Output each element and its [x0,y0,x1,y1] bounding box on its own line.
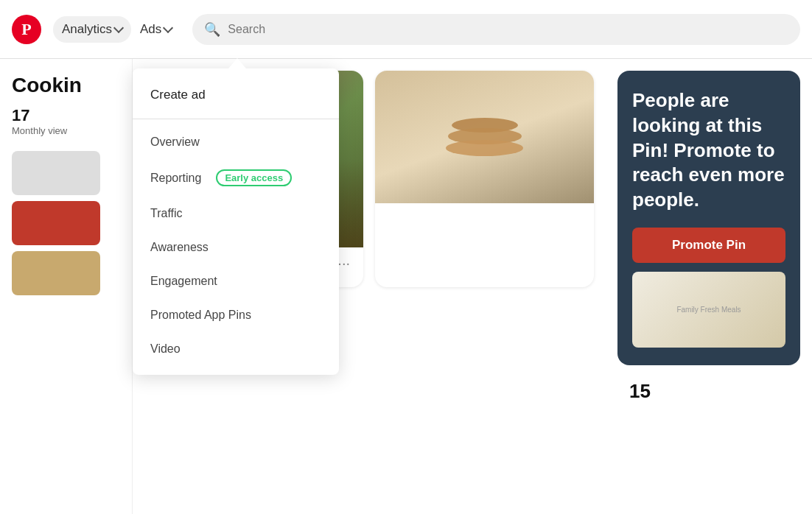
overview-item[interactable]: Overview [133,125,339,159]
ads-nav[interactable]: Ads [131,16,181,43]
search-icon: 🔍 [204,21,220,38]
engagement-label: Engagement [150,275,217,288]
board-thumbnails [0,145,132,301]
stats-row: 17 Monthly view [0,106,132,145]
header: P Analytics Ads 🔍 [0,0,812,59]
search-bar[interactable]: 🔍 [192,14,800,45]
promoted-app-pins-item[interactable]: Promoted App Pins [133,298,339,332]
board-thumb-gray[interactable] [12,151,100,195]
promo-text: People are looking at this Pin! Promote … [632,88,785,213]
promote-pin-button[interactable]: Promote Pin [632,228,785,263]
monthly-views-label: Monthly view [12,125,120,136]
pinterest-logo[interactable]: P [12,15,41,44]
video-label: Video [150,342,181,356]
pin-image-food [375,71,594,203]
traffic-label: Traffic [150,207,183,220]
traffic-item[interactable]: Traffic [133,197,339,230]
search-input[interactable] [228,23,788,36]
awareness-item[interactable]: Awareness [133,230,339,264]
page-title: Cookin [0,74,132,106]
analytics-label: Analytics [62,22,112,37]
create-ad-item[interactable]: Create ad [133,77,339,113]
awareness-label: Awareness [150,241,209,254]
promo-card: People are looking at this Pin! Promote … [617,71,800,365]
main-content: Cookin 17 Monthly view 200 Eggs a YearPe… [0,59,812,514]
analytics-nav[interactable]: Analytics [53,16,131,43]
video-item[interactable]: Video [133,332,339,366]
stat-15: 15 [617,374,800,409]
ads-chevron-icon [163,23,173,33]
analytics-chevron-icon [113,23,124,33]
create-ad-label: Create ad [150,88,206,102]
dropdown-divider [133,119,339,119]
dropdown-arrow [228,58,246,68]
left-panel: Cookin 17 Monthly view [0,59,133,514]
ads-dropdown-menu: Create ad Overview Reporting Early acces… [133,68,339,375]
promo-food-image: Family Fresh Meals [632,272,785,348]
reporting-item[interactable]: Reporting Early access [133,159,339,197]
pin-card-food [375,71,594,287]
ads-label: Ads [140,22,161,37]
early-access-badge: Early access [216,169,292,186]
board-thumb-red[interactable] [12,201,100,245]
board-thumb-food[interactable] [12,251,100,295]
engagement-item[interactable]: Engagement [133,264,339,298]
promoted-app-pins-label: Promoted App Pins [150,309,251,322]
overview-label: Overview [150,135,200,149]
reporting-label: Reporting [150,172,201,185]
monthly-views-number: 17 [12,106,120,125]
right-panel: People are looking at this Pin! Promote … [606,59,812,514]
